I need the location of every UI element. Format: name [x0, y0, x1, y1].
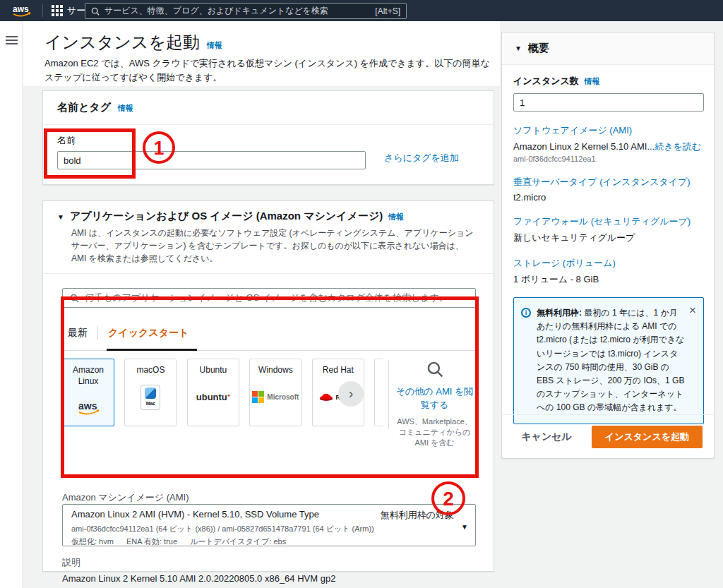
page-info-link[interactable]: 情報 [207, 40, 222, 51]
tab-separator [97, 326, 98, 340]
chevron-down-icon: ▼ [461, 523, 468, 531]
server-type-value: t2.micro [513, 192, 703, 203]
mac-icon: Mac [125, 383, 176, 412]
summary-footer: キャンセル インスタンスを起動 [502, 414, 714, 458]
server-type-link[interactable]: 垂直サーバータイプ (インスタンスタイプ) [513, 176, 703, 188]
search-shortcut-hint: [Alt+S] [375, 6, 400, 16]
ami-search-placeholder: 何千ものアプリケーションイメージと OS イメージを含むカタログ全体を検索します… [85, 292, 448, 304]
name-field-label: 名前 [57, 135, 76, 145]
browse-more-ami: その他の AMI を閲覧する AWS、Marketplace、コミュニティからの… [393, 360, 476, 449]
microsoft-logo-icon: Microsoft [250, 383, 301, 412]
top-navbar: aws サービス サービス、特徴、ブログ、およびドキュメントなどを検索 [Alt… [0, 0, 723, 21]
ubuntu-logo-icon: ubuntu● [188, 383, 239, 412]
svg-text:aws: aws [78, 400, 97, 412]
os-carousel-next-button[interactable]: › [338, 381, 364, 407]
summary-title: 概要 [528, 42, 549, 55]
free-tier-notice-title: 無料利用枠: [537, 308, 582, 318]
ami-ena-enabled: ENA 有効: true [126, 536, 177, 547]
ami-section-title: アプリケーションおよび OS イメージ (Amazon マシンイメージ) [70, 210, 383, 223]
ami-root-device-type: ルートデバイスタイプ: ebs [190, 536, 286, 547]
name-and-tags-section: 名前とタグ 情報 名前 さらにタグを追加 [42, 90, 494, 185]
summary-row-software-image: ソフトウェアイメージ (AMI) Amazon Linux 2 Kernel 5… [513, 124, 703, 163]
search-icon [91, 7, 100, 16]
nav-divider [42, 4, 43, 17]
summary-row-storage: ストレージ (ボリューム) 1 ボリューム - 8 GiB [513, 257, 703, 286]
page-title: インスタンスを起動 [44, 31, 200, 54]
services-grid-icon [52, 5, 63, 16]
summary-panel: ▼ 概要 インスタンス数 情報 ソフトウェアイメージ (AMI) Amazon … [501, 32, 715, 459]
ami-select-dropdown[interactable]: Amazon Linux 2 AMI (HVM) - Kernel 5.10, … [62, 504, 476, 546]
summary-collapse-icon[interactable]: ▼ [515, 44, 522, 52]
ami-section-info-link[interactable]: 情報 [388, 212, 404, 222]
instance-count-info-link[interactable]: 情報 [585, 76, 600, 87]
os-card-suse-partial[interactable]: S [374, 359, 383, 426]
instance-count-label: インスタンス数 [513, 75, 579, 88]
close-icon[interactable]: × [689, 304, 696, 318]
ami-section-description: AMI は、インスタンスの起動に必要なソフトウェア設定 (オペレーティングシステ… [71, 227, 477, 265]
instance-count-input[interactable] [513, 93, 704, 112]
ami-dropdown-label: Amazon マシンイメージ (AMI) [62, 491, 189, 504]
svg-text:aws: aws [13, 4, 29, 14]
aws-logo-icon: aws [10, 3, 34, 18]
name-section-title: 名前とタグ [57, 101, 111, 114]
read-more-link[interactable]: 続きを読む [655, 141, 701, 152]
summary-row-firewall: ファイアウォール (セキュリティグループ) 新しいセキュリティグループ [513, 215, 703, 244]
os-card-macos[interactable]: macOS Mac [124, 359, 177, 426]
os-card-label: Red Hat [313, 365, 364, 376]
name-input[interactable] [57, 151, 366, 169]
ec2-launch-instance-screen: aws サービス サービス、特徴、ブログ、およびドキュメントなどを検索 [Alt… [0, 0, 723, 588]
page-description: Amazon EC2 では、AWS クラウドで実行される仮想マシン (インスタン… [44, 56, 496, 84]
os-card-label: S [375, 365, 383, 376]
os-card-ubuntu[interactable]: Ubuntu ubuntu● [187, 359, 239, 426]
free-tier-eligible-label: 無料利用枠の対象 [381, 509, 454, 522]
software-image-link[interactable]: ソフトウェアイメージ (AMI) [513, 124, 703, 137]
info-icon: i [521, 308, 531, 318]
global-search-input[interactable]: サービス、特徴、ブログ、およびドキュメントなどを検索 [Alt+S] [85, 3, 407, 19]
ami-virtualization: 仮想化: hvm [71, 536, 114, 547]
aws-logo[interactable]: aws [10, 3, 34, 18]
description-value: Amazon Linux 2 Kernel 5.10 AMI 2.0.20220… [62, 573, 335, 584]
software-image-ami-id: ami-0f36dcfcc94112ea1 [513, 155, 703, 163]
launch-instance-button[interactable]: インスタンスを起動 [592, 426, 703, 448]
os-card-windows[interactable]: Windows Microsoft [249, 359, 301, 426]
ami-dropdown-meta: 仮想化: hvm ENA 有効: true ルートデバイスタイプ: ebs [71, 536, 454, 547]
summary-row-server-type: 垂直サーバータイプ (インスタンスタイプ) t2.micro [513, 176, 703, 203]
ami-section: ▼ アプリケーションおよび OS イメージ (Amazon マシンイメージ) 情… [42, 200, 494, 572]
search-icon [70, 294, 79, 303]
tab-recents[interactable]: 最新 [68, 327, 88, 340]
name-section-info-link[interactable]: 情報 [118, 103, 133, 114]
add-tags-link[interactable]: さらにタグを追加 [384, 152, 459, 164]
description-label: 説明 [62, 556, 80, 569]
browse-more-ami-link[interactable]: その他の AMI を閲覧する [393, 385, 476, 412]
aws-logo-icon: aws [63, 394, 114, 422]
browse-search-icon [426, 360, 444, 378]
free-tier-notice-body: 最初の 1 年には、1 か月あたりの無料利用枠による AMI での t2.mic… [537, 308, 684, 412]
tab-quickstart[interactable]: クイックスタート [108, 327, 189, 340]
active-tab-underline [107, 349, 197, 351]
ami-section-collapse-icon[interactable]: ▼ [57, 213, 64, 221]
ami-dropdown-title: Amazon Linux 2 AMI (HVM) - Kernel 5.10, … [71, 509, 319, 522]
browse-divider [388, 360, 389, 429]
ami-tabs: 最新 クイックスタート [68, 326, 189, 340]
hamburger-menu-icon[interactable] [6, 34, 18, 47]
os-card-label: Ubuntu [188, 365, 239, 376]
ami-dropdown-ids: ami-0f36dcfcc94112ea1 (64 ビット (x86)) / a… [71, 524, 454, 534]
os-card-label: Windows [250, 365, 301, 376]
os-card-label: macOS [125, 365, 176, 376]
os-card-label: Amazon Linux [63, 365, 114, 387]
storage-link[interactable]: ストレージ (ボリューム) [513, 257, 703, 270]
browse-more-ami-caption: AWS、Marketplace、コミュニティからの AMI を含む [393, 416, 476, 449]
firewall-value: 新しいセキュリティグループ [513, 232, 703, 244]
os-card-row: Amazon Linux aws macOS Mac [62, 359, 383, 429]
os-card-amazon-linux[interactable]: Amazon Linux aws [62, 359, 114, 426]
firewall-link[interactable]: ファイアウォール (セキュリティグループ) [513, 215, 703, 228]
left-rail [0, 21, 23, 588]
ami-search-input[interactable]: 何千ものアプリケーションイメージと OS イメージを含むカタログ全体を検索します… [62, 288, 476, 308]
storage-value: 1 ボリューム - 8 GiB [513, 273, 703, 286]
free-tier-notice: i 無料利用枠: 最初の 1 年には、1 か月あたりの無料利用枠による AMI … [513, 297, 704, 424]
page-header: インスタンスを起動 情報 Amazon EC2 では、AWS クラウドで実行され… [23, 21, 500, 86]
chevron-right-icon: › [349, 385, 354, 401]
global-search-placeholder: サービス、特徴、ブログ、およびドキュメントなどを検索 [104, 5, 370, 17]
cancel-button[interactable]: キャンセル [521, 431, 572, 443]
software-image-value: Amazon Linux 2 Kernel 5.10 AMI... [513, 141, 655, 152]
